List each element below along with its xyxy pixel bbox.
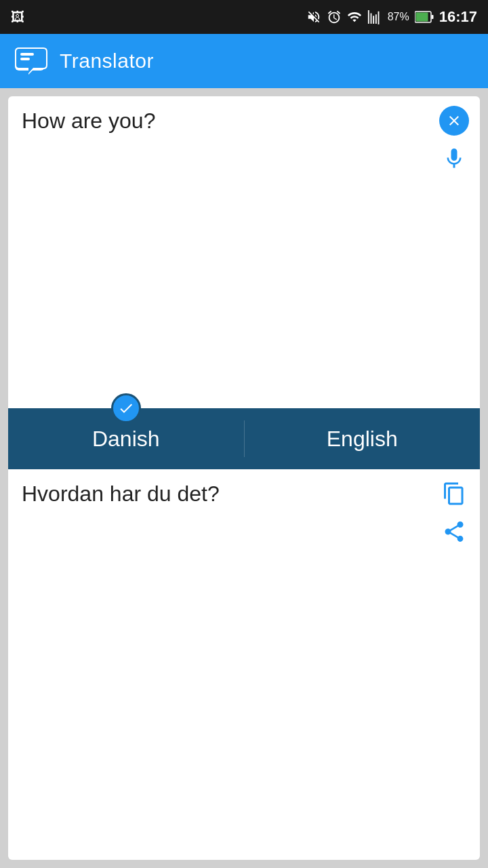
svg-rect-1 (415, 13, 428, 22)
output-text: Hvordan har du det? (22, 481, 220, 506)
app-logo (14, 43, 49, 79)
status-bar-right: 87% 16:17 (306, 8, 477, 26)
battery-text: 87% (388, 11, 409, 23)
target-language-button[interactable]: English (245, 408, 481, 469)
source-language-label: Danish (92, 427, 160, 452)
signal-icon (367, 9, 382, 24)
share-button[interactable] (439, 517, 469, 547)
time-display: 16:17 (439, 8, 477, 26)
gallery-icon: 🖼 (11, 9, 24, 25)
output-panel: Hvordan har du det? (8, 469, 480, 860)
input-text: How are you? (22, 108, 155, 133)
copy-button[interactable] (439, 479, 469, 509)
svg-rect-2 (431, 15, 433, 19)
svg-rect-4 (20, 53, 34, 56)
source-language-button[interactable]: Danish (8, 408, 244, 469)
status-bar-left: 🖼 (11, 9, 24, 25)
mute-icon (306, 9, 321, 24)
wifi-icon (347, 9, 362, 24)
app-bar: Translator (0, 34, 488, 88)
language-bar: Danish English (8, 408, 480, 469)
main-content: How are you? Danish Engli (0, 88, 488, 868)
status-bar: 🖼 87% 16:17 (0, 0, 488, 34)
target-language-label: English (327, 427, 398, 452)
app-title: Translator (60, 50, 154, 73)
svg-rect-5 (20, 58, 30, 60)
language-check-indicator (111, 393, 141, 423)
input-panel[interactable]: How are you? (8, 96, 480, 408)
alarm-icon (327, 9, 342, 24)
clear-button[interactable] (439, 106, 469, 136)
battery-icon (415, 11, 434, 23)
mic-button[interactable] (439, 144, 469, 174)
